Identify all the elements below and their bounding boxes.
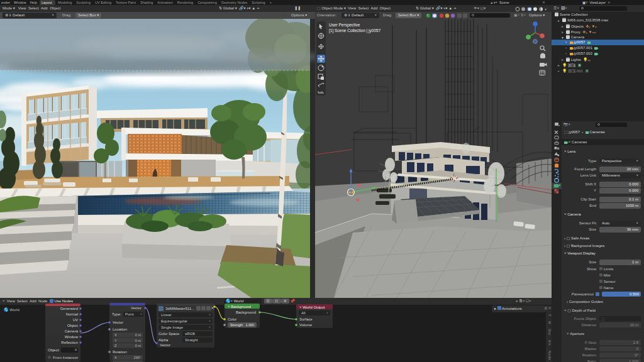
svg-text:User Perspective: User Perspective <box>329 23 360 28</box>
svg-text:1.000: 1.000 <box>246 323 254 327</box>
svg-text:Vector: Vector <box>160 343 170 347</box>
svg-text:sRGB: sRGB <box>185 332 195 336</box>
svg-text:X: X <box>114 333 117 337</box>
svg-text:Camera: Camera <box>65 329 79 333</box>
svg-text:Volume: Volume <box>299 323 313 327</box>
svg-text:Surface: Surface <box>299 317 313 321</box>
svg-text:Type:: Type: <box>112 312 121 316</box>
svg-text:Y: Y <box>114 339 117 343</box>
svg-text:Rotation:: Rotation: <box>113 350 128 354</box>
svg-text:˅: ˅ <box>209 313 211 317</box>
svg-text:˅: ˅ <box>140 312 142 316</box>
svg-text:Reflection: Reflection <box>61 341 78 344</box>
svg-text:Single Image: Single Image <box>161 326 184 329</box>
svg-text:[1] Scene Collection | jy0057: [1] Scene Collection | jy0057 <box>329 28 381 33</box>
svg-text:0 m: 0 m <box>135 333 142 337</box>
svg-text:˅: ˅ <box>209 319 211 323</box>
svg-text:˅: ˅ <box>326 311 328 315</box>
svg-text:Vector: Vector <box>113 321 123 324</box>
svg-text:˅ World Output: ˅ World Output <box>299 305 325 309</box>
svg-text:X: X <box>114 356 117 359</box>
svg-text:3d66Master511...: 3d66Master511... <box>165 307 195 310</box>
svg-text:Object: Object <box>67 324 79 327</box>
svg-text:Color Space: Color Space <box>158 332 180 336</box>
svg-text:Linear: Linear <box>161 313 172 317</box>
svg-text:Generated: Generated <box>60 307 78 310</box>
svg-text:Window: Window <box>65 335 79 339</box>
svg-text:Vector: Vector <box>131 306 142 310</box>
svg-text:Alpha: Alpha <box>158 338 169 342</box>
svg-text:Strength: Strength <box>230 323 243 327</box>
svg-text:˅ Background: ˅ Background <box>228 305 251 309</box>
svg-text:0 m: 0 m <box>135 339 142 343</box>
svg-text:Equirectangular: Equirectangular <box>161 319 187 323</box>
svg-text:▾: ▾ <box>545 8 547 11</box>
svg-text:Straight: Straight <box>185 338 198 342</box>
svg-text:Point: Point <box>125 312 134 316</box>
svg-text:From Instancer: From Instancer <box>53 356 78 359</box>
svg-text:UV: UV <box>73 318 78 322</box>
svg-text:Location:: Location: <box>113 327 128 331</box>
svg-text:0 m: 0 m <box>135 344 142 348</box>
svg-text:Normal: Normal <box>66 312 78 316</box>
svg-text:Background: Background <box>236 310 256 314</box>
svg-text:All: All <box>301 311 306 315</box>
svg-text:Color: Color <box>228 317 236 321</box>
svg-text:Object:: Object: <box>48 348 60 352</box>
svg-text:290°: 290° <box>134 356 141 359</box>
svg-text:˅: ˅ <box>209 326 211 329</box>
